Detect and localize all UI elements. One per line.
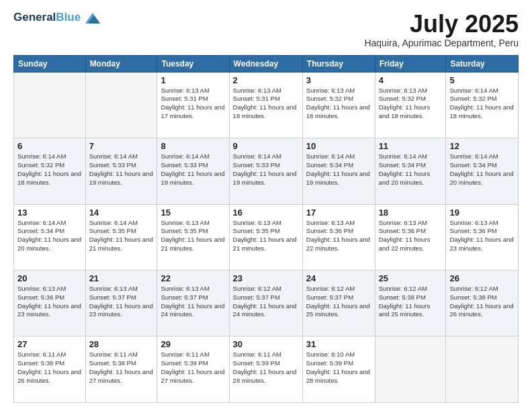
day-number: 27: [17, 339, 82, 349]
logo-blue-text: Blue: [56, 11, 81, 24]
day-number: 24: [306, 273, 371, 283]
table-row: 20Sunrise: 6:13 AM Sunset: 5:36 PM Dayli…: [14, 271, 86, 336]
header-wednesday: Wednesday: [229, 55, 302, 72]
table-row: [85, 72, 157, 138]
day-number: 10: [306, 141, 371, 151]
day-number: 22: [161, 273, 225, 283]
day-info: Sunrise: 6:12 AM Sunset: 5:37 PM Dayligh…: [233, 285, 299, 319]
header-tuesday: Tuesday: [157, 55, 229, 72]
day-info: Sunrise: 6:14 AM Sunset: 5:34 PM Dayligh…: [306, 152, 371, 187]
day-info: Sunrise: 6:14 AM Sunset: 5:32 PM Dayligh…: [449, 87, 515, 121]
logo: GeneralBlue: [13, 11, 100, 25]
header-friday: Friday: [375, 55, 446, 72]
day-info: Sunrise: 6:13 AM Sunset: 5:32 PM Dayligh…: [379, 87, 443, 121]
day-number: 30: [233, 339, 299, 349]
table-row: 8Sunrise: 6:14 AM Sunset: 5:33 PM Daylig…: [157, 138, 229, 204]
day-number: 1: [161, 75, 225, 85]
day-number: 11: [379, 141, 443, 151]
day-number: 21: [89, 273, 154, 283]
day-info: Sunrise: 6:11 AM Sunset: 5:38 PM Dayligh…: [89, 351, 154, 385]
day-info: Sunrise: 6:13 AM Sunset: 5:37 PM Dayligh…: [161, 285, 225, 319]
calendar-week-row: 20Sunrise: 6:13 AM Sunset: 5:36 PM Dayli…: [14, 271, 519, 336]
table-row: 24Sunrise: 6:12 AM Sunset: 5:37 PM Dayli…: [302, 271, 375, 336]
day-info: Sunrise: 6:13 AM Sunset: 5:36 PM Dayligh…: [17, 285, 82, 319]
day-info: Sunrise: 6:12 AM Sunset: 5:37 PM Dayligh…: [306, 285, 371, 319]
day-number: 12: [449, 141, 515, 151]
table-row: 2Sunrise: 6:13 AM Sunset: 5:31 PM Daylig…: [229, 72, 302, 138]
day-number: 9: [233, 141, 299, 151]
day-info: Sunrise: 6:14 AM Sunset: 5:34 PM Dayligh…: [379, 152, 443, 187]
day-number: 25: [379, 273, 443, 283]
table-row: 25Sunrise: 6:12 AM Sunset: 5:38 PM Dayli…: [375, 271, 446, 336]
day-number: 2: [233, 75, 299, 85]
logo-general-text: General: [13, 11, 56, 24]
table-row: 18Sunrise: 6:13 AM Sunset: 5:36 PM Dayli…: [375, 204, 446, 270]
day-info: Sunrise: 6:12 AM Sunset: 5:38 PM Dayligh…: [449, 285, 515, 319]
table-row: 5Sunrise: 6:14 AM Sunset: 5:32 PM Daylig…: [446, 72, 519, 138]
day-info: Sunrise: 6:13 AM Sunset: 5:35 PM Dayligh…: [161, 219, 225, 253]
table-row: 31Sunrise: 6:10 AM Sunset: 5:39 PM Dayli…: [302, 336, 375, 403]
table-row: 1Sunrise: 6:13 AM Sunset: 5:31 PM Daylig…: [157, 72, 229, 138]
table-row: 17Sunrise: 6:13 AM Sunset: 5:36 PM Dayli…: [302, 204, 375, 270]
day-info: Sunrise: 6:11 AM Sunset: 5:38 PM Dayligh…: [17, 351, 82, 385]
day-info: Sunrise: 6:14 AM Sunset: 5:33 PM Dayligh…: [233, 152, 299, 187]
calendar-week-row: 27Sunrise: 6:11 AM Sunset: 5:38 PM Dayli…: [14, 336, 519, 403]
table-row: 22Sunrise: 6:13 AM Sunset: 5:37 PM Dayli…: [157, 271, 229, 336]
day-info: Sunrise: 6:13 AM Sunset: 5:36 PM Dayligh…: [306, 219, 371, 253]
day-info: Sunrise: 6:11 AM Sunset: 5:39 PM Dayligh…: [233, 351, 299, 385]
table-row: 7Sunrise: 6:14 AM Sunset: 5:33 PM Daylig…: [85, 138, 157, 204]
day-info: Sunrise: 6:12 AM Sunset: 5:38 PM Dayligh…: [379, 285, 443, 319]
month-title: July 2025: [364, 11, 519, 38]
day-number: 31: [306, 339, 371, 349]
day-number: 29: [161, 339, 225, 349]
table-row: 26Sunrise: 6:12 AM Sunset: 5:38 PM Dayli…: [446, 271, 519, 336]
weekday-header-row: Sunday Monday Tuesday Wednesday Thursday…: [14, 55, 519, 72]
table-row: 10Sunrise: 6:14 AM Sunset: 5:34 PM Dayli…: [302, 138, 375, 204]
day-info: Sunrise: 6:13 AM Sunset: 5:31 PM Dayligh…: [161, 87, 225, 121]
day-info: Sunrise: 6:11 AM Sunset: 5:39 PM Dayligh…: [161, 351, 225, 385]
header: GeneralBlue July 2025 Haquira, Apurimac …: [13, 11, 519, 48]
table-row: 27Sunrise: 6:11 AM Sunset: 5:38 PM Dayli…: [14, 336, 86, 403]
table-row: 4Sunrise: 6:13 AM Sunset: 5:32 PM Daylig…: [375, 72, 446, 138]
table-row: 13Sunrise: 6:14 AM Sunset: 5:34 PM Dayli…: [14, 204, 86, 270]
day-info: Sunrise: 6:14 AM Sunset: 5:34 PM Dayligh…: [449, 152, 515, 187]
table-row: 11Sunrise: 6:14 AM Sunset: 5:34 PM Dayli…: [375, 138, 446, 204]
header-sunday: Sunday: [14, 55, 86, 72]
calendar-page: GeneralBlue July 2025 Haquira, Apurimac …: [0, 0, 532, 411]
day-number: 14: [89, 208, 154, 218]
table-row: [446, 336, 519, 403]
table-row: 14Sunrise: 6:14 AM Sunset: 5:35 PM Dayli…: [85, 204, 157, 270]
table-row: 15Sunrise: 6:13 AM Sunset: 5:35 PM Dayli…: [157, 204, 229, 270]
day-number: 7: [89, 141, 154, 151]
table-row: 23Sunrise: 6:12 AM Sunset: 5:37 PM Dayli…: [229, 271, 302, 336]
header-saturday: Saturday: [446, 55, 519, 72]
day-info: Sunrise: 6:10 AM Sunset: 5:39 PM Dayligh…: [306, 351, 371, 385]
day-number: 4: [379, 75, 443, 85]
day-info: Sunrise: 6:14 AM Sunset: 5:32 PM Dayligh…: [17, 152, 82, 187]
day-info: Sunrise: 6:14 AM Sunset: 5:33 PM Dayligh…: [89, 152, 154, 187]
table-row: 30Sunrise: 6:11 AM Sunset: 5:39 PM Dayli…: [229, 336, 302, 403]
day-number: 3: [306, 75, 371, 85]
table-row: 28Sunrise: 6:11 AM Sunset: 5:38 PM Dayli…: [85, 336, 157, 403]
day-number: 8: [161, 141, 225, 151]
table-row: [14, 72, 86, 138]
day-number: 16: [233, 208, 299, 218]
calendar-week-row: 13Sunrise: 6:14 AM Sunset: 5:34 PM Dayli…: [14, 204, 519, 270]
table-row: [375, 336, 446, 403]
table-row: 19Sunrise: 6:13 AM Sunset: 5:36 PM Dayli…: [446, 204, 519, 270]
day-info: Sunrise: 6:13 AM Sunset: 5:35 PM Dayligh…: [233, 219, 299, 253]
table-row: 9Sunrise: 6:14 AM Sunset: 5:33 PM Daylig…: [229, 138, 302, 204]
day-number: 26: [449, 273, 515, 283]
header-monday: Monday: [85, 55, 157, 72]
day-number: 18: [379, 208, 443, 218]
day-info: Sunrise: 6:13 AM Sunset: 5:31 PM Dayligh…: [233, 87, 299, 121]
title-section: July 2025 Haquira, Apurimac Department, …: [364, 11, 519, 48]
calendar-table: Sunday Monday Tuesday Wednesday Thursday…: [13, 55, 519, 403]
day-info: Sunrise: 6:14 AM Sunset: 5:33 PM Dayligh…: [161, 152, 225, 187]
calendar-week-row: 6Sunrise: 6:14 AM Sunset: 5:32 PM Daylig…: [14, 138, 519, 204]
logo-icon: [85, 11, 100, 25]
day-number: 17: [306, 208, 371, 218]
day-info: Sunrise: 6:13 AM Sunset: 5:36 PM Dayligh…: [379, 219, 443, 253]
day-info: Sunrise: 6:13 AM Sunset: 5:32 PM Dayligh…: [306, 87, 371, 121]
table-row: 3Sunrise: 6:13 AM Sunset: 5:32 PM Daylig…: [302, 72, 375, 138]
